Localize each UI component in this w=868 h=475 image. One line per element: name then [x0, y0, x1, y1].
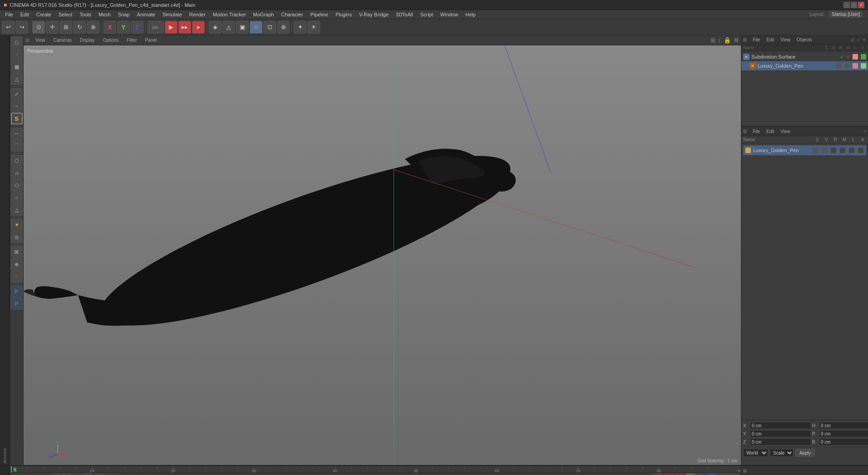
viewport-tab-display[interactable]: Display	[76, 37, 99, 44]
step-forward-button[interactable]: ⏵	[83, 474, 93, 475]
transport-record-btn[interactable]: ●	[664, 474, 674, 475]
mat-row-luxury[interactable]: Luxury_Golden_Pen	[743, 145, 866, 155]
edges-mode-button[interactable]: ◬	[222, 21, 235, 34]
points-mode-button[interactable]: ◈	[209, 21, 222, 34]
menu-help[interactable]: Help	[462, 11, 479, 18]
transport-key-btn[interactable]: ?	[686, 474, 695, 475]
record-button[interactable]: ⏺	[105, 474, 115, 475]
object-item-subdivision[interactable]: S Subdivision Surface ✓ ✕	[741, 52, 868, 61]
hline-button[interactable]: ─	[11, 128, 23, 139]
minimize-button[interactable]: −	[843, 2, 850, 8]
texture-mode-button[interactable]: ⊡	[263, 21, 276, 34]
menu-edit[interactable]: Edit	[17, 11, 32, 18]
viewport-fullscreen-icon[interactable]: ↕	[718, 37, 721, 44]
coord-y-input[interactable]	[750, 430, 811, 437]
curve-button[interactable]: ~	[11, 100, 23, 112]
box3d-button[interactable]: ⬡	[11, 179, 23, 191]
scale-tool-button[interactable]: ⊞	[59, 21, 72, 34]
menu-motiontracker[interactable]: Motion Tracker	[210, 11, 249, 18]
menu-tools[interactable]: Tools	[76, 11, 94, 18]
coord-z-input[interactable]	[750, 438, 811, 445]
coords-apply-button[interactable]: Apply	[795, 449, 815, 457]
viewport-lock-icon[interactable]: 🔒	[724, 37, 731, 44]
menu-file[interactable]: File	[2, 11, 16, 18]
y-axis-button[interactable]: Y	[117, 21, 130, 34]
menu-plugins[interactable]: Plugins	[332, 11, 355, 18]
render-to-po-button[interactable]: ▶	[192, 21, 205, 34]
close-button[interactable]: ✕	[858, 2, 864, 8]
coords-world-dropdown[interactable]: World Object	[743, 449, 768, 457]
snap-button[interactable]: ✦	[294, 21, 306, 34]
menu-character[interactable]: Character	[278, 11, 306, 18]
layout-dropdown[interactable]: Startup [User]	[829, 11, 863, 18]
viewport-settings-icon[interactable]: ⚙	[734, 37, 739, 44]
menu-vray[interactable]: V-Ray Bridge	[356, 11, 392, 18]
viewport-tab-filter[interactable]: Filter	[123, 37, 140, 44]
object-tool-button[interactable]: ⊙	[32, 21, 45, 34]
menu-simulate[interactable]: Simulate	[159, 11, 185, 18]
plugin2-button[interactable]: Ρ	[11, 298, 23, 310]
x-axis-button[interactable]: X	[104, 21, 116, 34]
coords-scale-dropdown[interactable]: Scale Size	[770, 449, 794, 457]
timeline-canvas[interactable]	[11, 466, 740, 473]
om-tab-view[interactable]: View	[778, 37, 793, 43]
menu-mesh[interactable]: Mesh	[95, 11, 114, 18]
coord-p-input[interactable]	[819, 430, 868, 437]
step-back-button[interactable]: ⏴	[61, 474, 71, 475]
curve2-button[interactable]: ⌒	[11, 140, 23, 152]
viewport-tab-cameras[interactable]: Cameras	[50, 37, 76, 44]
menu-script[interactable]: Script	[417, 11, 436, 18]
transport-square-btn[interactable]: □	[729, 474, 739, 475]
om-tab-file[interactable]: File	[750, 37, 762, 43]
viewport-tab-panel[interactable]: Panel	[142, 37, 161, 44]
menu-window[interactable]: Window	[437, 11, 461, 18]
render-region-button[interactable]: ▷▷	[148, 21, 164, 34]
transport-snap-btn[interactable]: ⊕	[696, 474, 706, 475]
viewport-tab-view[interactable]: View	[32, 37, 49, 44]
menu-render[interactable]: Render	[186, 11, 209, 18]
menu-3dtoall[interactable]: 3DToAll	[393, 11, 416, 18]
coord-b-input[interactable]	[819, 438, 868, 445]
coord-h-input[interactable]	[819, 422, 868, 429]
menu-create[interactable]: Create	[33, 11, 54, 18]
menu-animate[interactable]: Animate	[134, 11, 158, 18]
mode-edge-button[interactable]: △	[11, 73, 23, 85]
rp-sep-file[interactable]: File	[750, 129, 762, 134]
polygons-mode-button[interactable]: ▣	[236, 21, 249, 34]
menu-pipeline[interactable]: Pipeline	[307, 11, 331, 18]
coord-x-input[interactable]	[750, 422, 811, 429]
deform2-button[interactable]: ⊕	[11, 258, 23, 270]
menu-snap[interactable]: Snap	[115, 11, 133, 18]
axis-mode-button[interactable]: ⊕	[277, 21, 290, 34]
move-left-button[interactable]: ⤢	[11, 88, 23, 100]
light-button[interactable]: ☀	[307, 21, 320, 34]
paint-button[interactable]: ✎	[11, 271, 23, 282]
viewport-maximize-icon[interactable]: ⊞	[710, 37, 715, 44]
poly2-button[interactable]: ⬡	[11, 155, 23, 167]
undo-button[interactable]: ↩	[2, 21, 15, 34]
maximize-button[interactable]: □	[851, 2, 857, 8]
menu-mograph[interactable]: MoGraph	[250, 11, 277, 18]
sphere-button[interactable]: ○	[11, 192, 23, 203]
render-all-button[interactable]: ▶▶	[178, 21, 191, 34]
to-start-button[interactable]: ⏮	[50, 474, 60, 475]
render-active-view-button[interactable]: ▶	[165, 21, 178, 34]
transport-icon-1[interactable]: ⊞	[653, 474, 663, 475]
om-tab-edit[interactable]: Edit	[764, 37, 776, 43]
viewport-tab-options[interactable]: Options	[99, 37, 122, 44]
transport-auto-btn[interactable]: ⚡	[675, 474, 685, 475]
object-item-luxury-pen[interactable]: P Luxury_Golden_Pen	[741, 61, 868, 70]
transform-tool-button[interactable]: ⊕	[87, 21, 99, 34]
cone-button[interactable]: △	[11, 204, 23, 216]
deform-button[interactable]: ⌘	[11, 246, 23, 258]
transport-grid-btn[interactable]: ⊞	[718, 474, 728, 475]
rotate-tool-button[interactable]: ↻	[73, 21, 86, 34]
plugin1-button[interactable]: Ρ	[11, 286, 23, 297]
s-tool-button[interactable]: S	[11, 113, 23, 124]
rp-sep-edit[interactable]: Edit	[764, 129, 776, 134]
object-mode-button[interactable]: ○	[250, 21, 262, 34]
play-button[interactable]: ▶	[72, 474, 82, 475]
z-axis-button[interactable]: Z	[131, 21, 143, 34]
redo-button[interactable]: ↪	[15, 21, 28, 34]
to-end-button[interactable]: ⏭	[94, 474, 104, 475]
